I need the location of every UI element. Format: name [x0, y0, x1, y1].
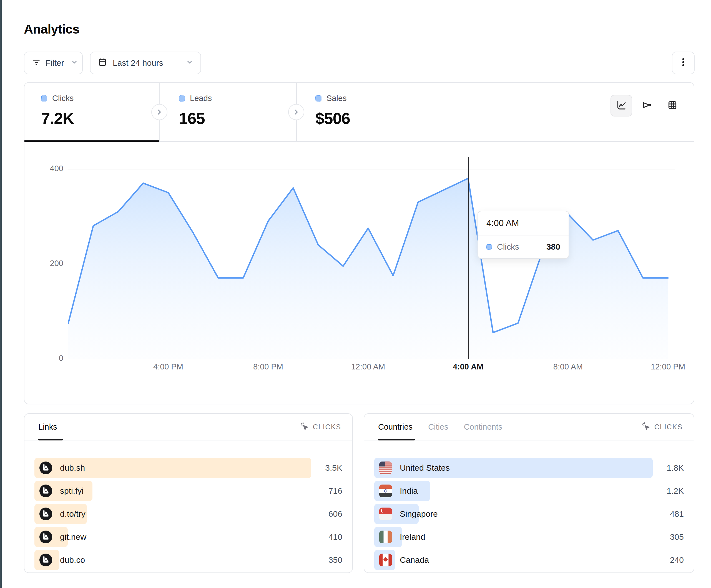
links-rows: dub.sh 3.5K spti.fyi 716 d.to/try — [24, 440, 352, 570]
x-axis-tick: 12:00 PM — [640, 362, 696, 371]
countries-metric-label: CLICKS — [654, 423, 683, 431]
country-row[interactable]: Ireland 305 — [374, 527, 684, 547]
grid-icon — [667, 99, 678, 112]
us-flag-icon — [379, 461, 392, 474]
tooltip-series-label: Clicks — [497, 242, 519, 252]
y-axis-tick: 400 — [36, 164, 63, 173]
clicks-value: 7.2K — [41, 109, 74, 128]
tab-continents[interactable]: Continents — [464, 423, 502, 432]
country-row[interactable]: Canada 240 — [374, 550, 684, 570]
clicks-legend-swatch — [41, 95, 47, 101]
filter-lines-icon — [32, 58, 41, 68]
link-row[interactable]: dub.sh 3.5K — [35, 458, 342, 478]
links-panel-header: Links CLICKS — [24, 414, 352, 440]
dub-logo-icon — [39, 461, 52, 474]
dub-logo-icon — [39, 553, 52, 566]
india-flag-icon — [379, 484, 392, 497]
link-value: 3.5K — [311, 463, 342, 473]
chevron-down-icon — [186, 58, 193, 68]
tab-cities[interactable]: Cities — [428, 423, 448, 432]
y-axis-tick: 0 — [36, 354, 63, 363]
funnel-icon — [641, 99, 652, 112]
country-row[interactable]: India 1.2K — [374, 481, 684, 501]
country-value: 240 — [653, 555, 684, 565]
active-tab-underline — [24, 140, 159, 142]
table-view-toggle-button[interactable] — [662, 95, 683, 116]
dub-logo-icon — [39, 484, 52, 497]
y-axis-tick: 200 — [36, 259, 63, 268]
country-label: United States — [400, 463, 450, 473]
cursor-click-icon — [641, 422, 650, 432]
line-chart-icon — [616, 99, 627, 112]
link-label: git.new — [60, 532, 86, 542]
leads-legend-swatch — [179, 95, 185, 101]
country-label: Ireland — [400, 532, 425, 542]
calendar-icon — [98, 58, 107, 69]
dub-logo-icon — [39, 530, 52, 543]
line-chart-toggle-button[interactable] — [610, 95, 632, 116]
tab-sales[interactable]: Sales $506 — [316, 94, 350, 128]
chevron-down-icon — [71, 58, 78, 68]
date-range-label: Last 24 hours — [113, 58, 163, 68]
x-axis-tick: 4:00 PM — [141, 362, 196, 371]
x-axis-tick: 8:00 PM — [240, 362, 296, 371]
hover-crosshair-line — [468, 157, 469, 359]
country-value: 1.8K — [653, 463, 684, 473]
link-value: 606 — [311, 509, 342, 519]
chart-view-toggles — [610, 95, 683, 116]
countries-tab-underline — [378, 439, 415, 440]
expand-clicks-chevron[interactable] — [151, 104, 167, 120]
links-metric-label: CLICKS — [313, 423, 341, 431]
link-row[interactable]: spti.fyi 716 — [35, 481, 342, 501]
links-metric-selector[interactable]: CLICKS — [300, 422, 341, 432]
tooltip-value: 380 — [546, 242, 560, 252]
tab-leads[interactable]: Leads 165 — [179, 94, 212, 128]
tooltip-time: 4:00 AM — [478, 211, 568, 235]
link-value: 410 — [311, 532, 342, 542]
link-row[interactable]: git.new 410 — [35, 527, 342, 547]
link-row[interactable]: dub.co 350 — [35, 550, 342, 570]
link-value: 716 — [311, 486, 342, 496]
clicks-area-chart[interactable] — [68, 169, 668, 359]
filter-button-label: Filter — [45, 58, 64, 68]
sales-value: $506 — [316, 109, 350, 128]
countries-metric-selector[interactable]: CLICKS — [641, 422, 683, 432]
ireland-flag-icon — [379, 530, 392, 543]
clicks-label: Clicks — [52, 94, 73, 103]
dub-logo-icon — [39, 507, 52, 520]
singapore-flag-icon — [379, 507, 392, 520]
country-row[interactable]: United States 1.8K — [374, 458, 684, 478]
chart-area-fill — [68, 178, 668, 359]
link-row[interactable]: d.to/try 606 — [35, 504, 342, 524]
x-axis-tick-active: 4:00 AM — [440, 362, 496, 371]
more-options-button[interactable] — [672, 51, 695, 74]
x-axis-tick: 12:00 AM — [340, 362, 396, 371]
country-label: Canada — [400, 555, 429, 565]
kebab-menu-icon — [679, 58, 687, 69]
link-label: spti.fyi — [60, 486, 84, 496]
country-label: Singapore — [400, 509, 438, 519]
expand-leads-chevron[interactable] — [288, 104, 304, 120]
tab-clicks[interactable]: Clicks 7.2K — [41, 94, 74, 128]
window-edge-strip — [0, 0, 2, 588]
date-range-button[interactable]: Last 24 hours — [90, 51, 201, 74]
page-title: Analytics — [24, 22, 80, 37]
country-value: 1.2K — [653, 486, 684, 496]
chart-tooltip: 4:00 AM Clicks 380 — [477, 211, 569, 259]
leads-value: 165 — [179, 109, 212, 128]
links-panel: Links CLICKS dub.sh 3.5K — [24, 413, 353, 573]
country-row[interactable]: Singapore 481 — [374, 504, 684, 524]
tab-links[interactable]: Links — [38, 423, 57, 432]
countries-panel-header: Countries Cities Continents CLICKS — [364, 414, 694, 440]
analytics-chart-card: Clicks 7.2K Leads 165 Sales $506 — [24, 82, 694, 404]
x-axis-tick: 8:00 AM — [540, 362, 596, 371]
canada-flag-icon — [379, 553, 392, 566]
tab-countries[interactable]: Countries — [378, 423, 413, 432]
country-label: India — [400, 486, 418, 496]
tooltip-legend-swatch — [487, 244, 492, 250]
gridline-0 — [68, 359, 675, 359]
filter-button[interactable]: Filter — [24, 51, 83, 74]
countries-panel: Countries Cities Continents CLICKS Unite… — [364, 413, 694, 573]
funnel-chart-toggle-button[interactable] — [636, 95, 658, 116]
cursor-click-icon — [300, 422, 309, 432]
